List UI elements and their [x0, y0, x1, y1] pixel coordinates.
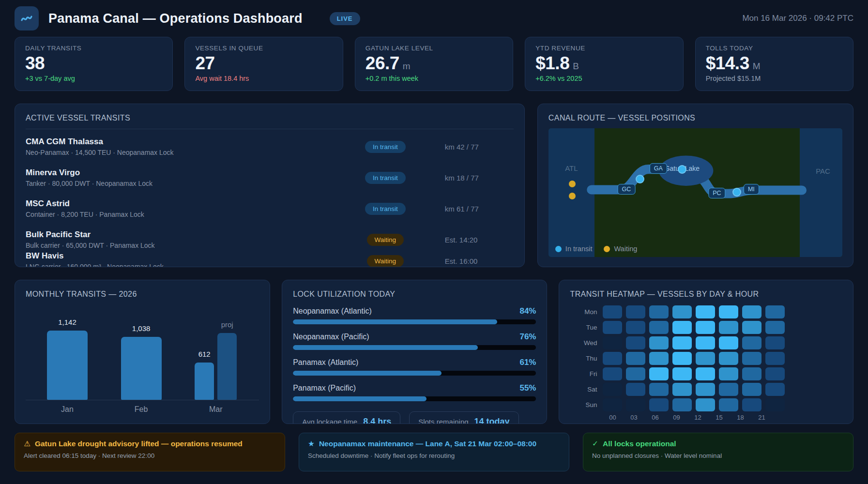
heatmap-cell[interactable]	[649, 398, 669, 411]
heatmap-cell[interactable]	[742, 398, 761, 411]
heatmap-cell[interactable]	[765, 305, 785, 318]
heatmap-cell[interactable]	[626, 321, 645, 334]
kpi-label: GATUN LAKE LEVEL	[365, 45, 503, 52]
heatmap-cell[interactable]	[603, 305, 622, 318]
heatmap-cell[interactable]	[696, 321, 715, 334]
legend-label: In transit	[565, 245, 593, 253]
alert-subtitle: Alert cleared 06:15 today · Next review …	[24, 452, 276, 459]
heatmap-cell[interactable]	[719, 336, 738, 349]
lock-name: Neopanamax (Pacific)	[293, 333, 369, 341]
heatmap-cell[interactable]	[719, 352, 738, 365]
heatmap-cell[interactable]	[603, 352, 622, 365]
heatmap-cell[interactable]	[672, 352, 692, 365]
divider	[26, 129, 514, 129]
heatmap-cell[interactable]	[649, 352, 669, 365]
hour-label: 09	[665, 414, 688, 421]
heatmap-cell[interactable]	[765, 383, 785, 396]
heatmap-cell[interactable]	[603, 336, 622, 349]
bar-group-mar: 612proj	[195, 333, 237, 400]
vessel-name: BW Havis	[26, 251, 349, 261]
vessel-details: Neo-Panamax · 14,500 TEU · Neopanamax Lo…	[26, 149, 349, 156]
kpi-card: YTD REVENUE$1.8B+6.2% vs 2025	[525, 37, 683, 91]
heatmap-cell[interactable]	[672, 383, 692, 396]
heatmap-cell[interactable]	[649, 321, 669, 334]
heatmap-cell[interactable]	[765, 336, 785, 349]
heatmap-cell[interactable]	[649, 305, 669, 318]
heatmap-cell[interactable]	[742, 383, 761, 396]
heatmap-cell[interactable]	[603, 321, 622, 334]
kpi-unit: B	[573, 61, 579, 71]
utilization-percent: 61%	[519, 358, 536, 367]
vessel-details: LNG carrier · 160,000 m³ · Neopanamax Lo…	[26, 263, 349, 267]
heatmap-cell[interactable]	[603, 398, 622, 411]
heatmap-cell[interactable]	[649, 336, 669, 349]
heatmap-row: Thu	[570, 352, 842, 365]
heatmap-cell[interactable]	[719, 383, 738, 396]
heatmap-cell[interactable]	[672, 305, 692, 318]
heatmap-cell[interactable]	[672, 321, 692, 334]
heatmap-cell[interactable]	[672, 367, 692, 380]
heatmap-cell[interactable]	[626, 336, 645, 349]
vessel-row[interactable]: CMA CGM ThalassaNeo-Panamax · 14,500 TEU…	[26, 137, 514, 156]
heatmap-cell[interactable]	[649, 383, 669, 396]
bar-jan: 1,142	[47, 331, 88, 400]
heatmap-cell[interactable]	[696, 367, 715, 380]
heatmap-cell[interactable]	[626, 305, 645, 318]
active-vessels-panel: ACTIVE VESSEL TRANSITS CMA CGM ThalassaN…	[15, 104, 525, 267]
heatmap-cell[interactable]	[626, 398, 645, 411]
heatmap-cell[interactable]	[626, 367, 645, 380]
vessel-info: CMA CGM ThalassaNeo-Panamax · 14,500 TEU…	[26, 137, 349, 156]
bar-value-label: 1,038	[132, 324, 151, 333]
heatmap-cell[interactable]	[696, 352, 715, 365]
vessel-row[interactable]: MSC AstridContainer · 8,200 TEU · Panama…	[26, 199, 514, 218]
alert-card: ⚠Gatun Lake drought advisory lifted — op…	[15, 433, 285, 471]
heatmap-cell[interactable]	[765, 321, 785, 334]
bar-projected: proj	[217, 333, 237, 400]
heatmap-cell[interactable]	[742, 305, 761, 318]
day-label: Mon	[570, 308, 597, 316]
vessel-position: Est. 14:20	[422, 236, 514, 244]
heatmap-cell[interactable]	[765, 352, 785, 365]
heatmap-cell[interactable]	[672, 398, 692, 411]
heatmap-cell[interactable]	[603, 383, 622, 396]
utilization-percent: 55%	[519, 383, 536, 393]
utilization-percent: 76%	[519, 332, 536, 342]
alert-subtitle: No unplanned closures · Water level nomi…	[592, 452, 844, 459]
alert-subtitle: Scheduled downtime · Notify fleet ops fo…	[308, 452, 560, 459]
vessel-position: km 42 / 77	[422, 143, 514, 151]
heatmap-cell[interactable]	[719, 398, 738, 411]
vessel-row[interactable]: Bulk Pacific StarBulk carrier · 65,000 D…	[26, 230, 514, 249]
heatmap-cell[interactable]	[742, 367, 761, 380]
heatmap-cell[interactable]	[719, 305, 738, 318]
app-header: Panama Canal — Operations Dashboard LIVE…	[15, 0, 853, 37]
lock-name: Panamax (Pacific)	[293, 384, 356, 393]
heatmap-cell[interactable]	[649, 367, 669, 380]
heatmap-cell[interactable]	[742, 336, 761, 349]
heatmap-cell[interactable]	[742, 352, 761, 365]
heatmap-cell[interactable]	[742, 321, 761, 334]
utilization-row: Neopanamax (Pacific)76%	[293, 332, 536, 350]
kpi-subtext: Projected $15.1M	[706, 75, 843, 82]
heatmap-cell[interactable]	[765, 398, 785, 411]
heatmap-cell[interactable]	[672, 336, 692, 349]
stat-chip: Slots remaining14 today	[409, 411, 518, 424]
heatmap-cell[interactable]	[626, 383, 645, 396]
vessel-row[interactable]: BW HavisLNG carrier · 160,000 m³ · Neopa…	[26, 251, 514, 267]
kpi-label: DAILY TRANSITS	[25, 45, 162, 52]
heatmap-cell[interactable]	[696, 336, 715, 349]
heatmap-cell[interactable]	[696, 398, 715, 411]
heatmap-cell[interactable]	[696, 305, 715, 318]
heatmap-grid: MonTueWedThuFriSatSun	[570, 305, 842, 411]
vessel-name: Minerva Virgo	[26, 168, 349, 178]
chip-value: 8.4 hrs	[363, 417, 391, 424]
alerts-bar: ⚠Gatun Lake drought advisory lifted — op…	[15, 433, 853, 471]
heatmap-cell[interactable]	[626, 352, 645, 365]
heatmap-cell[interactable]	[719, 367, 738, 380]
heatmap-cell[interactable]	[765, 367, 785, 380]
kpi-unit: M	[753, 61, 760, 71]
heatmap-cell[interactable]	[603, 367, 622, 380]
heatmap-cell[interactable]	[719, 321, 738, 334]
heatmap-cell[interactable]	[696, 383, 715, 396]
vessel-row[interactable]: Minerva VirgoTanker · 80,000 DWT · Neopa…	[26, 168, 514, 187]
progress-fill	[293, 371, 441, 376]
